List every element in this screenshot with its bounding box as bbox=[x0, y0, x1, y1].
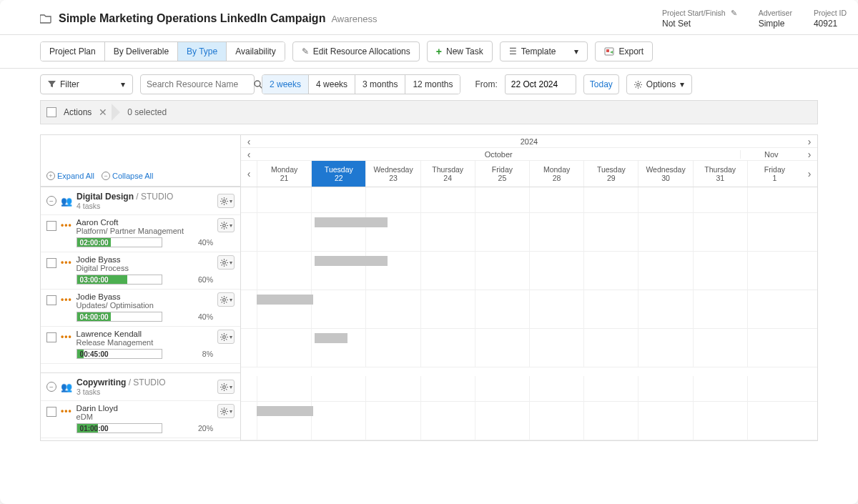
gantt-bar[interactable] bbox=[257, 295, 313, 305]
range-2-weeks[interactable]: 2 weeks bbox=[262, 75, 309, 94]
task-menu-icon[interactable]: ••• bbox=[61, 332, 72, 342]
collapse-group-icon[interactable]: − bbox=[46, 382, 56, 392]
task-checkbox[interactable] bbox=[46, 221, 56, 231]
task-checkbox[interactable] bbox=[46, 332, 56, 342]
range-3-months[interactable]: 3 months bbox=[355, 75, 405, 94]
task-menu-icon[interactable]: ••• bbox=[61, 295, 72, 305]
day-prev[interactable]: ‹ bbox=[241, 161, 257, 187]
svg-line-74 bbox=[226, 408, 227, 409]
task-checkbox[interactable] bbox=[46, 407, 56, 417]
group-gear-button[interactable] bbox=[217, 194, 235, 208]
day-cell[interactable]: Wednesday30 bbox=[638, 161, 692, 187]
svg-line-54 bbox=[221, 334, 222, 335]
export-icon bbox=[604, 47, 614, 56]
svg-line-56 bbox=[226, 334, 227, 335]
project-subtitle: Awareness bbox=[331, 14, 377, 24]
month-prev[interactable]: ‹ bbox=[241, 149, 257, 159]
today-button[interactable]: Today bbox=[583, 74, 619, 94]
grid-left-pane: +Expand All −Collapse All − 👥 Digital De… bbox=[41, 135, 241, 440]
svg-line-46 bbox=[226, 302, 227, 302]
day-cell[interactable]: Wednesday23 bbox=[365, 161, 420, 187]
svg-line-37 bbox=[226, 265, 227, 265]
task-time: 00:45:00 bbox=[80, 350, 109, 358]
tab-project-plan[interactable]: Project Plan bbox=[41, 42, 105, 61]
task-time: 02:00:00 bbox=[80, 239, 109, 247]
new-task-button[interactable]: + New Task bbox=[427, 41, 493, 62]
task-gear-button[interactable] bbox=[217, 255, 235, 270]
day-cell[interactable]: Tuesday22 bbox=[311, 161, 365, 187]
actions-label[interactable]: Actions bbox=[64, 107, 92, 117]
tab-availability[interactable]: Availability bbox=[227, 42, 284, 61]
gantt-bar[interactable] bbox=[315, 256, 388, 266]
day-cell[interactable]: Monday28 bbox=[529, 161, 583, 187]
day-cell[interactable]: Tuesday29 bbox=[583, 161, 638, 187]
close-icon[interactable]: ✕ bbox=[99, 107, 107, 118]
tab-by-deliverable[interactable]: By Deliverable bbox=[105, 42, 178, 61]
svg-line-38 bbox=[226, 260, 227, 260]
task-gear-button[interactable] bbox=[217, 330, 235, 344]
month-label-1: October bbox=[257, 150, 741, 159]
day-cell[interactable]: Thursday31 bbox=[693, 161, 747, 187]
svg-line-21 bbox=[221, 203, 222, 204]
gantt-bar[interactable] bbox=[315, 217, 388, 227]
range-4-weeks[interactable]: 4 weeks bbox=[309, 75, 355, 94]
svg-line-18 bbox=[221, 198, 222, 199]
meta-start-finish: Project Start/Finish ✎ Not Set bbox=[662, 9, 737, 29]
day-cell[interactable]: Friday1 bbox=[747, 161, 802, 187]
task-menu-icon[interactable]: ••• bbox=[61, 406, 72, 416]
group-header: − 👥 Copywriting / STUDIO 3 tasks bbox=[41, 372, 240, 401]
meta-project-id: Project ID 40921 bbox=[814, 9, 847, 29]
view-tabs: Project Plan By Deliverable By Type Avai… bbox=[40, 41, 285, 61]
task-menu-icon[interactable]: ••• bbox=[61, 220, 72, 230]
year-prev[interactable]: ‹ bbox=[241, 137, 257, 147]
year-next[interactable]: › bbox=[802, 137, 817, 147]
group-gear-button[interactable] bbox=[217, 380, 235, 394]
svg-line-73 bbox=[226, 413, 227, 414]
collapse-all-link[interactable]: −Collapse All bbox=[102, 172, 153, 180]
date-range-group: 2 weeks 4 weeks 3 months 12 months bbox=[262, 74, 460, 94]
task-gear-button[interactable] bbox=[217, 218, 235, 232]
edit-resource-allocations-button[interactable]: ✎ Edit Resource Allocations bbox=[292, 41, 420, 61]
range-12-months[interactable]: 12 months bbox=[405, 75, 460, 94]
select-all-checkbox[interactable] bbox=[46, 107, 56, 117]
task-time: 03:00:00 bbox=[80, 276, 109, 284]
svg-line-30 bbox=[221, 227, 222, 228]
task-checkbox[interactable] bbox=[46, 258, 56, 268]
options-dropdown[interactable]: Options ▾ bbox=[626, 74, 692, 94]
task-percent: 40% bbox=[198, 238, 213, 247]
timeline-row bbox=[241, 252, 817, 290]
day-cell[interactable]: Monday21 bbox=[257, 161, 311, 187]
task-progress-bar: 00:45:00 bbox=[77, 349, 162, 359]
collapse-group-icon[interactable]: − bbox=[46, 196, 56, 206]
task-gear-button[interactable] bbox=[217, 404, 235, 418]
svg-rect-1 bbox=[606, 49, 609, 52]
task-menu-icon[interactable]: ••• bbox=[61, 257, 72, 267]
filter-row: Filter ▾ 2 weeks 4 weeks 3 months 12 mon… bbox=[0, 69, 858, 100]
day-cell[interactable]: Thursday24 bbox=[420, 161, 475, 187]
svg-point-40 bbox=[222, 298, 225, 301]
month-next[interactable]: › bbox=[802, 149, 817, 159]
group-title: Digital Design / STUDIO bbox=[77, 192, 173, 202]
filter-dropdown[interactable]: Filter ▾ bbox=[40, 74, 133, 94]
pencil-icon[interactable]: ✎ bbox=[731, 9, 737, 17]
group-task-count: 4 tasks bbox=[77, 202, 213, 210]
search-resource-input[interactable] bbox=[147, 75, 254, 94]
gantt-bar[interactable] bbox=[315, 333, 347, 343]
export-button[interactable]: Export bbox=[595, 41, 653, 61]
task-checkbox[interactable] bbox=[46, 295, 56, 305]
task-row: ••• Darin Lloyd eDM 01:00:00 20% bbox=[41, 401, 240, 438]
svg-line-11 bbox=[640, 81, 641, 82]
svg-point-22 bbox=[222, 224, 225, 227]
people-icon: 👥 bbox=[61, 196, 72, 207]
day-cell[interactable]: Friday25 bbox=[475, 161, 529, 187]
from-date-input[interactable] bbox=[505, 74, 576, 94]
task-gear-button[interactable] bbox=[217, 292, 235, 307]
tab-by-type[interactable]: By Type bbox=[178, 42, 227, 61]
svg-line-66 bbox=[221, 389, 222, 390]
gantt-bar[interactable] bbox=[257, 406, 313, 416]
timeline-row bbox=[241, 376, 817, 402]
template-dropdown[interactable]: ☰ Template ▾ bbox=[500, 41, 588, 61]
day-next[interactable]: › bbox=[802, 161, 817, 187]
expand-all-link[interactable]: +Expand All bbox=[46, 172, 94, 180]
task-progress-bar: 01:00:00 bbox=[77, 423, 162, 433]
